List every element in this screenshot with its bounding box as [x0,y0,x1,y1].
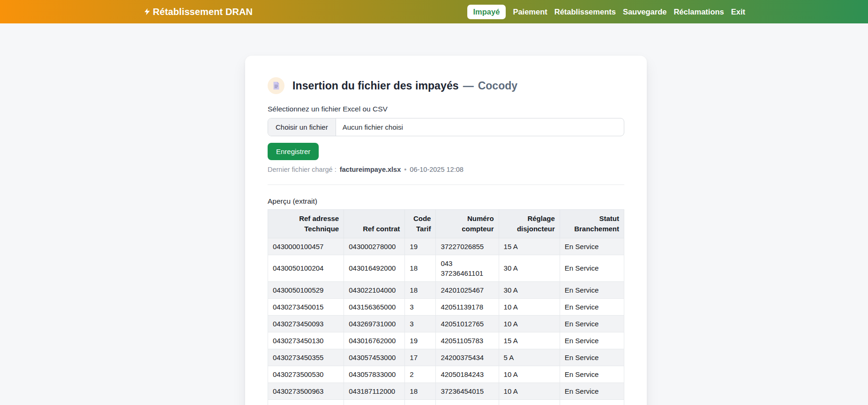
cell-numero-compteur: 37227026855 [436,238,499,255]
cell-ref-contrat: 043187112000 [344,383,405,399]
preview-table: Ref adresse Technique Ref contrat Code T… [268,209,624,405]
page-title-main: Insertion du fichier des impayés [292,80,459,92]
cell-numero-compteur: 37236454015 [436,383,499,399]
table-row: 0430273500963 043187112000 18 3723645401… [268,383,624,399]
nav-item-sauvegarde[interactable]: Sauvegarde [623,5,667,19]
cell-code-tarif: 2 [405,366,436,383]
cell-numero-compteur: 043 37236254110 [436,399,499,405]
table-row: 0430273500530 043057833000 2 42050184243… [268,366,624,383]
cell-ref-adresse: 0430273450015 [268,298,344,315]
cell-numero-compteur: 24200375434 [436,349,499,366]
cell-statut-branchement: En Service [560,366,624,383]
bullet-separator: • [404,166,406,173]
cell-ref-contrat: 043058333000 [344,399,405,405]
cell-numero-compteur: 24201025467 [436,281,499,298]
table-row: 0430050100204 043016492000 18 043 372364… [268,255,624,281]
cell-reglage-disjoncteur: 5 A [499,349,560,366]
cell-ref-adresse: 0430273500963 [268,383,344,399]
cell-ref-contrat: 043269731000 [344,315,405,332]
table-row: 0430273500974 043058333000 18 043 372362… [268,399,624,405]
cell-ref-contrat: 043016492000 [344,255,405,281]
cell-ref-contrat: 043057833000 [344,366,405,383]
cell-numero-compteur: 42050184243 [436,366,499,383]
cell-code-tarif: 3 [405,315,436,332]
cell-reglage-disjoncteur: 15 A [499,332,560,349]
nav-item-retablissements[interactable]: Rétablissements [554,5,616,19]
cell-code-tarif: 3 [405,298,436,315]
cell-ref-adresse: 0430273450130 [268,332,344,349]
cell-ref-contrat: 043156365000 [344,298,405,315]
cell-code-tarif: 18 [405,383,436,399]
table-row: 0430000100457 043000278000 19 3722702685… [268,238,624,255]
column-reglage-disjoncteur: Réglage disjoncteur [499,210,560,238]
table-row: 0430050100529 043022104000 18 2420102546… [268,281,624,298]
cell-statut-branchement: En Service [560,255,624,281]
cell-code-tarif: 19 [405,238,436,255]
cell-statut-branchement: En Service [560,281,624,298]
table-row: 0430273450015 043156365000 3 42051139178… [268,298,624,315]
cell-reglage-disjoncteur: 30 A [499,255,560,281]
last-file-prefix: Dernier fichier chargé : [268,166,337,173]
cell-statut-branchement: En Service [560,315,624,332]
nav-item-exit[interactable]: Exit [731,5,745,19]
column-numero-compteur: Numéro compteur [436,210,499,238]
cell-reglage-disjoncteur: 30 A [499,281,560,298]
page-title-location: Cocody [478,80,517,92]
cell-reglage-disjoncteur: 10 A [499,383,560,399]
column-statut-branchement: Statut Branchement [560,210,624,238]
nav-item-impaye[interactable]: Impayé [467,5,506,19]
main-nav: Impayé Paiement Rétablissements Sauvegar… [467,5,746,19]
file-field-label: Sélectionnez un fichier Excel ou CSV [268,105,624,113]
cell-ref-adresse: 0430273500974 [268,399,344,405]
cell-code-tarif: 18 [405,399,436,405]
table-row: 0430273450130 043016762000 19 4205110578… [268,332,624,349]
nav-item-reclamations[interactable]: Réclamations [673,5,724,19]
cell-numero-compteur: 043 37236461101 [436,255,499,281]
page-title: Insertion du fichier des impayés — Cocod… [292,80,517,92]
cell-ref-contrat: 043000278000 [344,238,405,255]
cell-statut-branchement: En Service [560,332,624,349]
cell-ref-adresse: 0430273450355 [268,349,344,366]
page-title-separator: — [463,80,474,92]
cell-ref-adresse: 0430000100457 [268,238,344,255]
cell-ref-contrat: 043022104000 [344,281,405,298]
card-title-row: Insertion du fichier des impayés — Cocod… [268,77,624,94]
last-file-status: Dernier fichier chargé : factureimpaye.x… [268,166,624,173]
upload-card: Insertion du fichier des impayés — Cocod… [245,56,647,405]
cell-code-tarif: 17 [405,349,436,366]
cell-statut-branchement: En Service [560,383,624,399]
nav-item-paiement[interactable]: Paiement [513,5,547,19]
cell-code-tarif: 18 [405,255,436,281]
cell-code-tarif: 18 [405,281,436,298]
cell-ref-adresse: 0430050100204 [268,255,344,281]
cell-ref-adresse: 0430273500530 [268,366,344,383]
cell-statut-branchement: En Service [560,238,624,255]
top-navigation-bar: Rétablissement DRAN Impayé Paiement Réta… [0,0,868,23]
cell-statut-branchement: En Service [560,399,624,405]
table-row: 0430273450355 043057453000 17 2420037543… [268,349,624,366]
cell-ref-adresse: 0430273450093 [268,315,344,332]
cell-reglage-disjoncteur: 20 A [499,399,560,405]
cell-reglage-disjoncteur: 10 A [499,366,560,383]
file-input-placeholder: Aucun fichier choisi [336,118,410,136]
cell-reglage-disjoncteur: 15 A [499,238,560,255]
lightning-bolt-icon [143,7,151,16]
last-file-timestamp: 06-10-2025 12:08 [410,166,464,173]
file-input[interactable]: Choisir un fichier Aucun fichier choisi [268,118,624,136]
cell-numero-compteur: 42051139178 [436,298,499,315]
brand: Rétablissement DRAN [143,7,253,17]
table-header-row: Ref adresse Technique Ref contrat Code T… [268,210,624,238]
document-icon [268,77,284,94]
cell-reglage-disjoncteur: 10 A [499,315,560,332]
table-row: 0430273450093 043269731000 3 42051012765… [268,315,624,332]
cell-statut-branchement: En Service [560,298,624,315]
cell-reglage-disjoncteur: 10 A [499,298,560,315]
column-code-tarif: Code Tarif [405,210,436,238]
cell-numero-compteur: 42051105783 [436,332,499,349]
brand-title: Rétablissement DRAN [153,7,253,17]
save-button[interactable]: Enregistrer [268,143,319,160]
last-file-name: factureimpaye.xlsx [340,166,401,173]
section-divider [268,184,624,185]
choose-file-button[interactable]: Choisir un fichier [268,118,336,136]
cell-ref-contrat: 043057453000 [344,349,405,366]
